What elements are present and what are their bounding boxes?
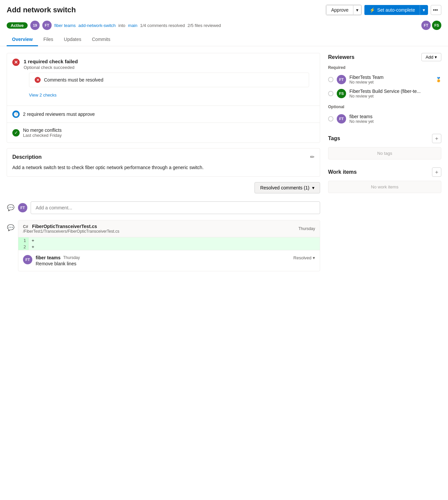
description-title: Description bbox=[12, 154, 42, 160]
tags-title: Tags bbox=[328, 135, 340, 141]
add-tag-button[interactable]: ＋ bbox=[432, 134, 441, 143]
tab-updates[interactable]: Updates bbox=[59, 33, 87, 46]
description-card: Description ✏ Add a network switch test … bbox=[7, 148, 320, 177]
check-circle-icon: ✓ bbox=[12, 129, 20, 136]
check-body: 1 required check failed Optional check s… bbox=[24, 59, 314, 100]
reviewer-row-1: FT FiberTests Team No review yet 🏅 bbox=[328, 73, 441, 87]
comment-input[interactable] bbox=[31, 201, 320, 214]
reviewer-status-3: No review yet bbox=[349, 119, 441, 124]
reviewers-section: Reviewers Add ▾ Required FT FiberTests T… bbox=[328, 53, 441, 126]
commenter-avatar: FT bbox=[18, 203, 27, 212]
auto-complete-dropdown[interactable]: ▾ bbox=[420, 5, 428, 15]
file-lang: C# bbox=[23, 224, 28, 229]
reviewer-date: Thursday bbox=[63, 255, 80, 260]
header-title: Add network switch bbox=[7, 6, 76, 14]
code-block: 1 + 2 + bbox=[18, 237, 320, 250]
reviewer-details-1: FiberTests Team No review yet bbox=[349, 75, 432, 85]
chevron-down-icon-add: ▾ bbox=[435, 55, 437, 60]
work-items-header: Work items ＋ bbox=[328, 167, 441, 177]
avatar-ft-right: FT bbox=[421, 21, 431, 30]
radio-circle-3[interactable] bbox=[328, 116, 333, 122]
edit-icon[interactable]: ✏ bbox=[310, 154, 314, 160]
no-conflicts-sub: Last checked Friday bbox=[23, 133, 62, 138]
radio-circle-1[interactable] bbox=[328, 77, 333, 82]
main-content: ✕ 1 required check failed Optional check… bbox=[0, 46, 448, 281]
reviewers-title: Reviewers bbox=[328, 54, 354, 60]
no-conflicts-title: No merge conflicts bbox=[23, 127, 62, 133]
autocomplete-icon: ⚡ bbox=[369, 7, 375, 13]
reviewer-name-3: fiber teams bbox=[349, 114, 441, 119]
file-comment-icon: 💬 bbox=[7, 224, 15, 231]
tags-empty: No tags bbox=[328, 147, 441, 159]
tags-header: Tags ＋ bbox=[328, 134, 441, 143]
approve-dropdown-button[interactable]: ▾ bbox=[353, 5, 361, 15]
comment-icon: 💬 bbox=[7, 204, 15, 211]
reviewer-name: fiber teams bbox=[36, 255, 61, 260]
radio-circle-2[interactable] bbox=[328, 91, 333, 96]
check-main: ✕ 1 required check failed Optional check… bbox=[7, 53, 320, 106]
tabs: Overview Files Updates Commits bbox=[0, 33, 448, 46]
ellipsis-icon: ••• bbox=[433, 7, 438, 13]
code-line-2: 2 + bbox=[18, 244, 320, 250]
right-column: Reviewers Add ▾ Required FT FiberTests T… bbox=[328, 53, 441, 274]
tab-commits[interactable]: Commits bbox=[87, 33, 116, 46]
check-item-reviewers: 🕐 2 required reviewers must approve bbox=[7, 106, 320, 123]
file-info: C# FiberOpticTransceiverTest.cs /FiberTe… bbox=[23, 224, 119, 234]
reviewer-name-1: FiberTests Team bbox=[349, 75, 432, 80]
view-checks-link[interactable]: View 2 checks bbox=[24, 90, 314, 100]
reviewer-info: fiber teams Thursday Resolved ▾ Remove b… bbox=[36, 255, 315, 266]
branch-into: into bbox=[118, 23, 125, 28]
file-header: C# FiberOpticTransceiverTest.cs /FiberTe… bbox=[18, 220, 320, 237]
resolved-button[interactable]: Resolved ▾ bbox=[293, 255, 315, 260]
author-avatar: FT bbox=[42, 21, 52, 30]
reviewer-status-2: No review yet bbox=[349, 94, 441, 99]
branch-to[interactable]: main bbox=[128, 23, 137, 28]
approve-button[interactable]: Approve bbox=[326, 5, 353, 15]
more-options-button[interactable]: ••• bbox=[431, 5, 441, 15]
author-name: fiber teams bbox=[54, 23, 76, 28]
commit-count-avatar: 19 bbox=[30, 21, 40, 30]
reviewer-comment-row: FT fiber teams Thursday Resolved ▾ Remov… bbox=[18, 250, 320, 271]
resolved-comments-button[interactable]: Resolved comments (1) ▾ bbox=[254, 182, 320, 193]
left-column: ✕ 1 required check failed Optional check… bbox=[7, 53, 320, 274]
description-text: Add a network switch test to check fiber… bbox=[12, 164, 314, 171]
file-path: /FiberTest1/Transceivers/FiberOpticTrans… bbox=[23, 229, 119, 234]
reviewer-row-3: FT fiber teams No review yet bbox=[328, 112, 441, 126]
reviewer-avatar: FT bbox=[23, 255, 32, 264]
work-items-section: Work items ＋ No work items bbox=[328, 167, 441, 193]
tab-files[interactable]: Files bbox=[38, 33, 59, 46]
check-title: 1 required check failed bbox=[24, 59, 314, 64]
reviewer-avatar-2: FS bbox=[337, 89, 346, 98]
add-reviewer-button[interactable]: Add ▾ bbox=[421, 53, 441, 61]
tab-overview[interactable]: Overview bbox=[7, 33, 38, 46]
reviewer-name-2: FiberTests Build Service (fiber-te... bbox=[349, 89, 441, 94]
work-items-title: Work items bbox=[328, 169, 357, 175]
reviewer-avatar-1: FT bbox=[337, 75, 346, 84]
reviewer-badge-icon-1: 🏅 bbox=[436, 77, 441, 82]
reviewer-details-2: FiberTests Build Service (fiber-te... No… bbox=[349, 89, 441, 99]
pr-meta: Active 19 FT fiber teams add-network-swi… bbox=[0, 19, 448, 33]
pr-avatars-right: FT FS bbox=[421, 21, 441, 30]
comment-input-row: 💬 FT bbox=[7, 199, 320, 217]
file-comment-wrapper: 💬 C# FiberOpticTransceiverTest.cs /Fiber… bbox=[7, 220, 320, 274]
avatar-fs-right: FS bbox=[432, 21, 441, 30]
comments-resolved: 1/4 comments resolved bbox=[140, 23, 185, 28]
optional-label: Optional bbox=[328, 105, 441, 109]
reviewer-details-3: fiber teams No review yet bbox=[349, 114, 441, 124]
reviewers-check-label: 2 required reviewers must approve bbox=[23, 112, 95, 117]
comment-check-label: Comments must be resolved bbox=[44, 77, 103, 83]
add-work-item-button[interactable]: ＋ bbox=[432, 167, 441, 177]
chevron-down-icon: ▾ bbox=[423, 7, 425, 13]
required-label: Required bbox=[328, 65, 441, 70]
header-actions: Approve ▾ ⚡ Set auto-complete ▾ ••• bbox=[326, 5, 441, 15]
chevron-down-icon: ▾ bbox=[356, 7, 358, 13]
file-comment-card: C# FiberOpticTransceiverTest.cs /FiberTe… bbox=[18, 220, 320, 271]
tags-section: Tags ＋ No tags bbox=[328, 134, 441, 159]
reviewer-row-2: FS FiberTests Build Service (fiber-te...… bbox=[328, 87, 441, 101]
auto-complete-button[interactable]: ⚡ Set auto-complete bbox=[364, 5, 420, 15]
chevron-down-icon-reviewer: ▾ bbox=[313, 255, 315, 260]
header-bar: Add network switch Approve ▾ ⚡ Set auto-… bbox=[0, 0, 448, 19]
branch-from[interactable]: add-network-switch bbox=[78, 23, 116, 28]
resolved-comments-label: Resolved comments (1) bbox=[260, 185, 309, 190]
reviewers-header: Reviewers Add ▾ bbox=[328, 53, 441, 61]
